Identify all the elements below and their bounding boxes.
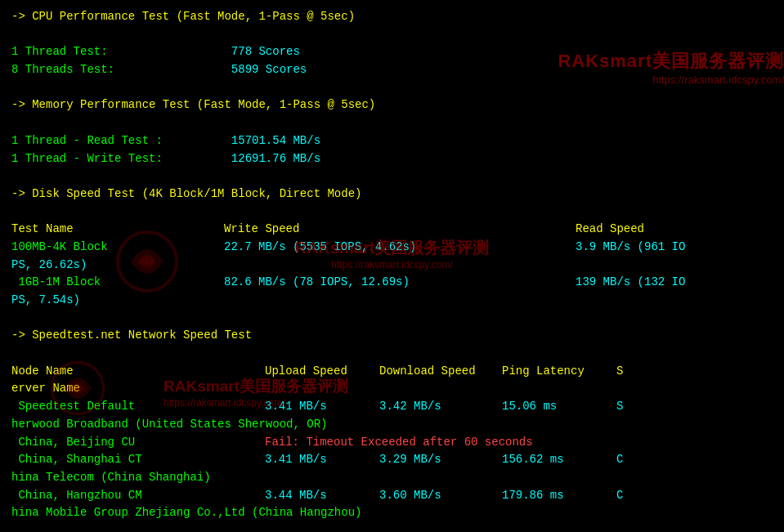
- disk-row-1m-cont: PS, 7.54s): [11, 292, 773, 310]
- net-row-shanghai: China, Shanghai CT3.41 MB/s3.29 MB/s156.…: [11, 451, 773, 469]
- cpu-8thread: 8 Threads Test: 5899 Scores: [11, 61, 773, 79]
- disk-row-4k-cont: PS, 26.62s): [11, 257, 773, 275]
- net-row-hangzhou: China, Hangzhou CM3.44 MB/s3.60 MB/s179.…: [11, 487, 773, 505]
- net-row-beijing: China, Beijing CUFail: Timeout Exceeded …: [11, 434, 773, 452]
- disk-section-header: -> Disk Speed Test (4K Block/1M Block, D…: [11, 186, 773, 203]
- mem-write: 1 Thread - Write Test: 12691.76 MB/s: [11, 150, 773, 168]
- blank-line: [11, 203, 773, 221]
- blank-line: [11, 310, 773, 328]
- net-col-headers2: erver Name: [11, 380, 773, 398]
- cpu-section-header: -> CPU Performance Test (Fast Mode, 1-Pa…: [11, 8, 773, 26]
- terminal-output: -> CPU Performance Test (Fast Mode, 1-Pa…: [11, 8, 773, 522]
- net-row-shanghai-cont: hina Telecom (China Shanghai): [11, 469, 773, 487]
- cpu-1thread: 1 Thread Test: 778 Scores: [11, 43, 773, 61]
- network-section-header: -> Speedtest.net Network Speed Test: [11, 327, 773, 345]
- disk-row-4k: 100MB-4K Block22.7 MB/s (5535 IOPS, 4.62…: [11, 239, 773, 257]
- blank-line: [11, 168, 773, 186]
- memory-section-header: -> Memory Performance Test (Fast Mode, 1…: [11, 96, 773, 114]
- mem-read: 1 Thread - Read Test : 15701.54 MB/s: [11, 132, 773, 150]
- disk-col-headers: Test NameWrite SpeedRead Speed: [11, 221, 773, 239]
- net-row-default-cont: herwood Broadband (United States Sherwoo…: [11, 416, 773, 434]
- blank-line: [11, 345, 773, 363]
- disk-row-1m: 1GB-1M Block82.6 MB/s (78 IOPS, 12.69s)1…: [11, 274, 773, 292]
- blank-line: [11, 114, 773, 132]
- net-col-headers: Node NameUpload SpeedDownload SpeedPing …: [11, 363, 773, 381]
- net-row-hangzhou-cont: hina Mobile Group Zhejiang Co.,Ltd (Chin…: [11, 504, 773, 522]
- blank-line: [11, 26, 773, 44]
- net-row-default: Speedtest Default3.41 MB/s3.42 MB/s15.06…: [11, 398, 773, 416]
- blank-line: [11, 79, 773, 97]
